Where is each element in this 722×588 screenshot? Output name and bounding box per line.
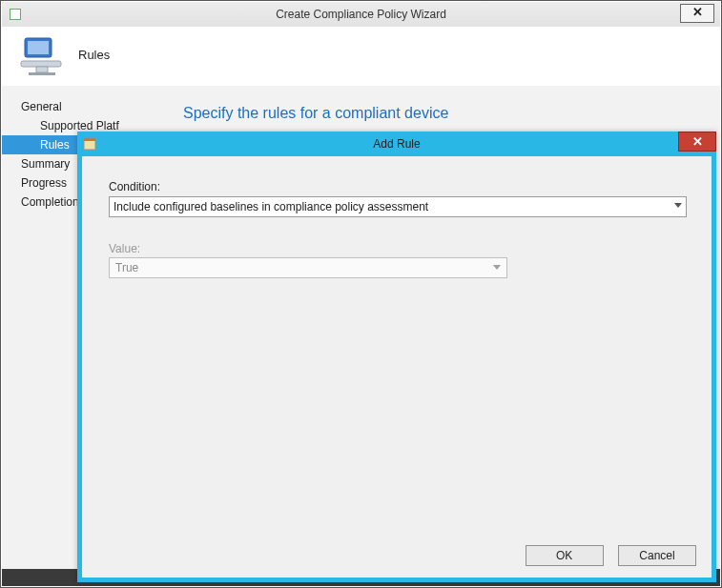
condition-label: Condition: <box>109 180 160 193</box>
main-instruction: Specify the rules for a compliant device <box>183 105 448 122</box>
value-label: Value: <box>109 242 140 255</box>
wizard-title: Create Compliance Policy Wizard <box>2 2 720 27</box>
dialog-close-button[interactable]: ✕ <box>678 132 716 152</box>
sidebar-item-label: Rules <box>40 138 70 152</box>
dialog-title: Add Rule <box>77 132 716 156</box>
sidebar-item-label: Supported Platf <box>40 119 119 132</box>
sidebar-item-label: Progress <box>21 176 67 190</box>
wizard-close-button[interactable]: ✕ <box>680 4 714 23</box>
wizard-header-title: Rules <box>78 48 110 62</box>
cancel-button[interactable]: Cancel <box>618 545 696 566</box>
sidebar-item-label: General <box>21 100 62 113</box>
sidebar-item-label: Summary <box>21 157 70 171</box>
dialog-body: Condition: Include configured baselines … <box>82 156 712 578</box>
value-value: True <box>115 261 138 274</box>
add-rule-dialog: Add Rule ✕ Condition: Include configured… <box>77 132 716 582</box>
chevron-down-icon <box>674 203 682 208</box>
ok-button[interactable]: OK <box>526 545 604 566</box>
close-icon: ✕ <box>692 134 703 149</box>
condition-value: Include configured baselines in complian… <box>113 200 428 213</box>
dialog-titlebar[interactable]: Add Rule ✕ <box>77 132 716 156</box>
value-dropdown: True <box>109 257 507 278</box>
sidebar-item-general[interactable]: General <box>2 97 174 116</box>
dialog-button-row: OK Cancel <box>514 545 696 566</box>
svg-rect-1 <box>28 41 49 54</box>
wizard-header: Rules <box>2 27 720 87</box>
computer-icon <box>19 34 63 78</box>
wizard-titlebar: Create Compliance Policy Wizard ✕ <box>2 2 720 28</box>
svg-rect-4 <box>29 72 55 75</box>
svg-rect-2 <box>21 61 61 67</box>
sidebar-item-label: Completion <box>21 195 79 209</box>
chevron-down-icon <box>493 265 501 270</box>
svg-rect-3 <box>36 67 48 72</box>
condition-dropdown[interactable]: Include configured baselines in complian… <box>109 196 687 217</box>
app-window: Create Compliance Policy Wizard ✕ Rules … <box>0 0 722 588</box>
close-icon: ✕ <box>692 5 703 19</box>
